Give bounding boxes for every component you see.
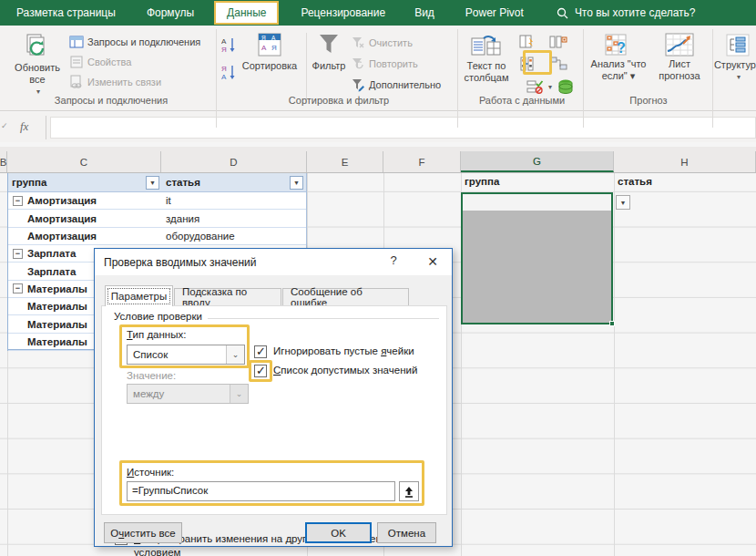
reapply-filter-label: Повторить <box>369 58 418 69</box>
group-label-queries: Запросы и подключения <box>55 95 168 106</box>
text-to-columns-label-1: Текст по <box>467 60 506 72</box>
group-label-forecast: Прогноз <box>629 95 667 106</box>
close-icon[interactable]: ✕ <box>421 252 444 273</box>
chevron-down-icon: ▾ <box>36 86 40 98</box>
filter-icon <box>316 33 342 57</box>
tab-power-pivot[interactable]: Power Pivot <box>456 0 533 26</box>
table-header-group[interactable]: группа ▼ <box>8 173 162 191</box>
cell-item-value: it <box>162 195 306 206</box>
in-cell-dropdown-label: Список допустимых значений <box>273 365 417 376</box>
selected-range[interactable] <box>461 192 613 324</box>
in-cell-dropdown-checkbox[interactable]: Список допустимых значений <box>254 365 417 377</box>
remove-duplicates-icon[interactable] <box>549 35 567 49</box>
value-label: Значение: <box>127 370 176 381</box>
edit-links-icon <box>69 75 84 89</box>
collapse-icon[interactable]: − <box>13 283 23 293</box>
data-validation-button[interactable]: ▾ <box>526 79 552 95</box>
column-header-F[interactable]: F <box>383 151 461 172</box>
svg-text:А: А <box>221 73 227 81</box>
formula-input[interactable] <box>50 117 756 139</box>
outline-label: Структура <box>714 59 756 71</box>
reapply-filter-icon <box>351 57 365 71</box>
sort-icon: ЯААЯ <box>258 33 281 57</box>
forecast-sheet-icon <box>665 33 694 57</box>
source-input[interactable]: =ГруппыСписок <box>127 481 395 501</box>
dialog-tab-input-message[interactable]: Подсказка по вводу <box>174 288 281 305</box>
fill-handle[interactable] <box>609 321 615 326</box>
data-validation-dialog: Проверка вводимых значений ? ✕ Параметры… <box>94 248 453 547</box>
column-header-H[interactable]: H <box>614 151 756 172</box>
advanced-filter-button[interactable]: Дополнительно <box>351 77 441 92</box>
table-row[interactable]: Амортизацияоборудование <box>8 228 306 245</box>
column-header-E[interactable]: E <box>307 151 383 172</box>
cancel-button[interactable]: Отмена <box>377 522 436 543</box>
ok-button[interactable]: OK <box>305 522 372 543</box>
filter-button[interactable]: Фильтр <box>312 33 346 72</box>
checkbox-checked-icon[interactable] <box>254 365 267 377</box>
clear-filter-button: Очистить <box>351 36 413 50</box>
sort-descending-icon[interactable]: ЯА <box>221 64 237 81</box>
fx-icon[interactable] <box>20 119 40 134</box>
filter-dropdown-icon[interactable]: ▼ <box>290 176 303 190</box>
cell-item-value: оборудование <box>162 231 306 242</box>
dialog-settings-panel: Условие проверки Тип данных: Список ⌄ Иг… <box>101 305 447 515</box>
value-combobox: между ⌄ <box>127 384 249 404</box>
chevron-down-icon[interactable]: ⌄ <box>226 345 244 364</box>
queries-connections-button[interactable]: Запросы и подключения <box>69 35 200 49</box>
flash-fill-icon[interactable] <box>519 35 535 49</box>
text-to-columns-button[interactable]: Текст по столбцам <box>463 33 510 84</box>
refresh-all-icon <box>24 33 51 60</box>
clear-all-label: Очистить все <box>110 528 175 539</box>
tab-review[interactable]: Рецензирование <box>291 0 394 26</box>
ignore-blank-label: Игнорировать пустые ячейки <box>273 345 414 356</box>
dialog-tab-settings[interactable]: Параметры <box>105 285 173 306</box>
help-icon[interactable]: ? <box>384 253 403 272</box>
chevron-down-icon: ⌄ <box>230 385 248 403</box>
ignore-blank-checkbox[interactable]: Игнорировать пустые ячейки <box>254 345 414 358</box>
filter-dropdown-icon[interactable]: ▼ <box>146 176 159 190</box>
sort-ascending-icon[interactable]: АЯ <box>221 36 237 54</box>
table-header-item[interactable]: статья ▼ <box>162 173 306 191</box>
outline-button[interactable]: Структура ▾ <box>718 33 756 83</box>
checkbox-checked-icon[interactable] <box>254 345 267 358</box>
sort-button[interactable]: ЯААЯ Сортировка <box>239 33 301 72</box>
tab-formulas[interactable]: Формулы <box>138 0 203 26</box>
tab-view[interactable]: Вид <box>405 0 444 26</box>
table-header-item-label: статья <box>166 177 200 188</box>
column-header-G[interactable]: G <box>461 151 614 172</box>
collapse-dialog-icon[interactable] <box>399 481 419 501</box>
manage-data-model-icon[interactable] <box>557 78 574 95</box>
collapse-icon[interactable]: − <box>13 196 23 206</box>
table-row[interactable]: Амортизацияздания <box>8 210 306 227</box>
data-type-combobox[interactable]: Список ⌄ <box>127 345 245 365</box>
cell-validation-dropdown[interactable]: ▼ <box>616 195 630 210</box>
tab-data[interactable]: Данные <box>214 1 279 25</box>
table-header-row: группа ▼ статья ▼ <box>8 173 306 192</box>
column-header-B[interactable]: B <box>0 151 7 172</box>
clear-filter-icon <box>351 36 365 50</box>
clear-all-button[interactable]: Очистить все <box>104 522 182 543</box>
consolidate-icon[interactable] <box>519 57 535 71</box>
cell-group-value: Материалы <box>27 336 87 347</box>
collapse-icon[interactable]: − <box>13 249 23 259</box>
forecast-label-1: Лист <box>669 58 690 70</box>
dialog-tab-error-alert[interactable]: Сообщение об ошибке <box>282 288 409 305</box>
column-header-C[interactable]: C <box>7 151 161 172</box>
forecast-sheet-button[interactable]: Лист прогноза <box>652 33 707 82</box>
cell-group-value: Материалы <box>27 301 87 312</box>
ok-label: OK <box>331 528 346 539</box>
cell-item-value: здания <box>162 213 306 224</box>
what-if-analysis-button[interactable]: ? Анализ "что если" ▾ <box>588 33 649 82</box>
refresh-all-button[interactable]: Обновить все ▾ <box>11 33 64 98</box>
data-validation-icon <box>526 79 544 95</box>
tab-page-layout[interactable]: Разметка страницы <box>7 0 125 26</box>
tell-me-search[interactable]: Что вы хотите сделать? <box>557 6 696 19</box>
column-headers: BCDEFGH <box>0 147 756 173</box>
table-header-group-label: группа <box>12 177 46 188</box>
column-header-D[interactable]: D <box>161 151 307 172</box>
relationships-icon[interactable] <box>549 57 567 71</box>
active-cell[interactable] <box>463 194 611 211</box>
search-icon <box>557 7 568 19</box>
properties-button: Свойства <box>69 55 131 69</box>
table-row[interactable]: −Амортизацияit <box>8 192 306 210</box>
